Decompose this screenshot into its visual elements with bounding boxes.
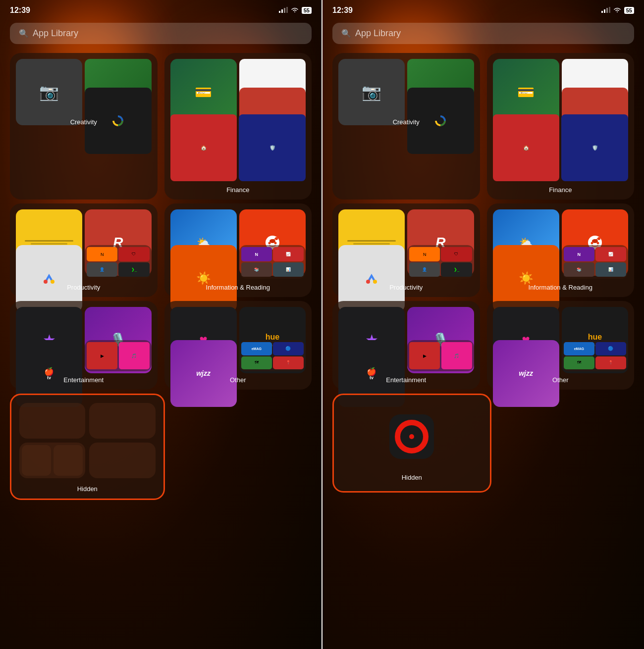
camera-app: 📷	[16, 59, 82, 125]
folder-creativity-right[interactable]: 📷 🎨 Creativity	[332, 53, 480, 200]
search-bar[interactable]: 🔍 App Library	[10, 23, 312, 44]
folder-hidden[interactable]: Hidden	[10, 394, 165, 500]
category-row-2-right: R N 🛡 👤 ❯_ Productivity	[332, 203, 634, 297]
right-panel: 12:39 55 🔍 App Library 📷 🎨	[322, 0, 644, 649]
category-row-1-right: 📷 🎨 Creativity 💳 Salt R	[332, 53, 634, 200]
status-icons-right: 55	[601, 7, 634, 14]
time-right: 12:39	[332, 6, 353, 15]
folder-entertainment-right[interactable]: ★ 🎙️ 🍎 tv ▶ 🎵 Entertainment	[332, 301, 480, 390]
search-icon-right: 🔍	[341, 29, 351, 38]
category-row-2: R N 🛡 👤	[10, 203, 312, 297]
camera-app-right: 📷	[338, 59, 405, 125]
status-bar-right: 12:39 55	[322, 0, 644, 19]
wifi-icon	[291, 7, 299, 14]
info-reading-label: Information & Reading	[206, 284, 270, 291]
folder-other-right[interactable]: ♥ hue PHILIPS wjzz eMAG 🔵 🗺 📍	[487, 301, 635, 390]
svg-point-12	[269, 239, 275, 243]
category-row-1: 📷 🎨 Creativity 💳	[10, 53, 312, 200]
svg-point-18	[366, 280, 370, 284]
hidden-label: Hidden	[77, 485, 98, 493]
folder-info-reading-right[interactable]: ⛅ ☀️ N 📈 📚 📊 Information & Rea	[487, 203, 635, 297]
folder-productivity-right[interactable]: R N 🛡 👤 ❯_ Productivity	[332, 203, 480, 297]
finance-label: Finance	[226, 186, 249, 194]
creativity-label: Creativity	[70, 118, 97, 126]
entertainment-label-right: Entertainment	[386, 376, 426, 384]
folder-finance[interactable]: 💳 Salt R 🏠 🛡️ Finance	[164, 53, 312, 200]
battery: 55	[302, 7, 312, 14]
productivity-label-right: Productivity	[389, 284, 423, 291]
svg-rect-1	[281, 9, 283, 13]
other-label-right: Other	[552, 376, 569, 384]
hidden-row: Hidden	[10, 394, 312, 500]
folder-info-reading[interactable]: ⛅	[164, 203, 312, 297]
finance-label-right: Finance	[549, 186, 572, 194]
productivity-label: Productivity	[67, 284, 100, 291]
folder-other[interactable]: ♥ hue PHILIPS wjzz eMAG 🔵 🗺	[164, 301, 312, 390]
svg-rect-13	[601, 11, 603, 13]
info-reading-label-right: Information & Reading	[529, 284, 592, 291]
content-area-right: 🔍 App Library 📷 🎨 Creativity	[322, 19, 644, 493]
svg-rect-2	[284, 8, 285, 13]
signal-icon	[279, 7, 288, 14]
other-label: Other	[230, 376, 246, 384]
svg-rect-15	[606, 8, 608, 13]
svg-point-19	[373, 280, 377, 284]
entertainment-label: Entertainment	[63, 376, 104, 384]
status-icons: 55	[279, 7, 312, 14]
svg-rect-16	[609, 7, 610, 13]
status-bar: 12:39 55	[0, 0, 322, 19]
battery-right: 55	[624, 7, 634, 14]
hidden-row-right: Hidden	[332, 394, 634, 493]
category-row-3-right: ★ 🎙️ 🍎 tv ▶ 🎵 Entertainment	[332, 301, 634, 390]
svg-point-6	[51, 280, 54, 284]
creativity-label-right: Creativity	[393, 118, 420, 126]
folder-finance-right[interactable]: 💳 Salt R 🏠 🛡️ Finance	[487, 53, 635, 200]
search-placeholder-right: App Library	[355, 28, 401, 39]
svg-rect-3	[286, 7, 288, 13]
left-panel: 12:39 55 🔍 App Library 📷	[0, 0, 322, 649]
svg-rect-0	[279, 11, 280, 13]
category-row-3: ★ 🎙️ 🍎 tv ▶ 🎵	[10, 301, 312, 390]
hidden-label-right: Hidden	[402, 474, 422, 481]
signal-icon-right	[601, 7, 610, 14]
search-placeholder: App Library	[33, 28, 78, 39]
search-bar-right[interactable]: 🔍 App Library	[332, 23, 634, 44]
folder-hidden-right[interactable]: Hidden	[332, 394, 491, 493]
wifi-icon-right	[613, 7, 621, 14]
search-icon: 🔍	[19, 29, 29, 38]
folder-productivity[interactable]: R N 🛡 👤	[10, 203, 158, 297]
folder-entertainment[interactable]: ★ 🎙️ 🍎 tv ▶ 🎵	[10, 301, 158, 390]
content-area: 🔍 App Library 📷 🎨 Creat	[0, 19, 322, 500]
folder-creativity[interactable]: 📷 🎨 Creativity	[10, 53, 158, 200]
svg-point-25	[592, 239, 598, 243]
svg-point-5	[44, 280, 48, 284]
time: 12:39	[10, 6, 30, 15]
svg-rect-14	[604, 9, 605, 13]
